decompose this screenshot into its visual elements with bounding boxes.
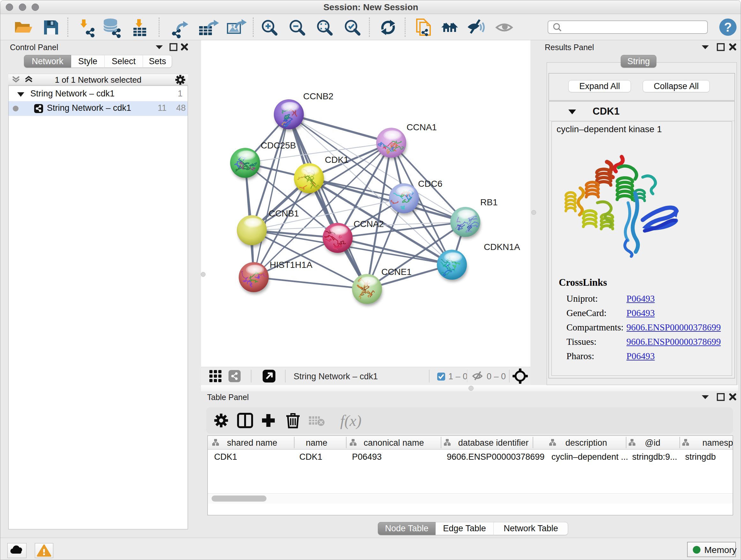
svg-text:database identifier: database identifier [458, 438, 529, 448]
svg-text:P06493: P06493 [352, 452, 382, 462]
svg-text:CDK1: CDK1 [299, 452, 322, 462]
svg-text:CDC25B: CDC25B [261, 140, 296, 150]
svg-text:stringdb:9...: stringdb:9... [632, 452, 677, 462]
svg-text:HIST1H1A: HIST1H1A [270, 260, 313, 270]
svg-text:9606.ENSP00000378699: 9606.ENSP00000378699 [447, 452, 544, 462]
svg-text:?: ? [724, 20, 732, 34]
svg-text:1 – 0: 1 – 0 [448, 372, 468, 381]
svg-text:@id: @id [645, 438, 660, 448]
svg-text:namespace: namespace [702, 438, 733, 448]
svg-text:CCNA1: CCNA1 [407, 122, 437, 132]
svg-text:CDK1: CDK1 [214, 452, 237, 462]
svg-text:description: description [565, 438, 607, 448]
svg-text:CCNB1: CCNB1 [269, 208, 299, 219]
svg-text:name: name [306, 438, 327, 448]
svg-text:CDKN1A: CDKN1A [484, 242, 520, 252]
svg-text:0 – 0: 0 – 0 [487, 372, 506, 381]
svg-text:shared name: shared name [227, 438, 277, 448]
svg-text:CDC6: CDC6 [418, 179, 442, 189]
svg-text:RB1: RB1 [480, 197, 497, 207]
svg-text:f(x): f(x) [340, 412, 361, 429]
svg-text:String Network – cdk1: String Network – cdk1 [293, 372, 378, 381]
svg-text:canonical name: canonical name [363, 438, 424, 448]
svg-text:CCNA2: CCNA2 [354, 219, 384, 229]
svg-text:CDK1: CDK1 [325, 155, 349, 165]
svg-text:cyclin–dependent ...: cyclin–dependent ... [551, 452, 628, 462]
svg-text:CCNE1: CCNE1 [381, 267, 412, 277]
svg-text:CCNB2: CCNB2 [303, 91, 333, 101]
svg-text:stringdb: stringdb [685, 452, 716, 462]
